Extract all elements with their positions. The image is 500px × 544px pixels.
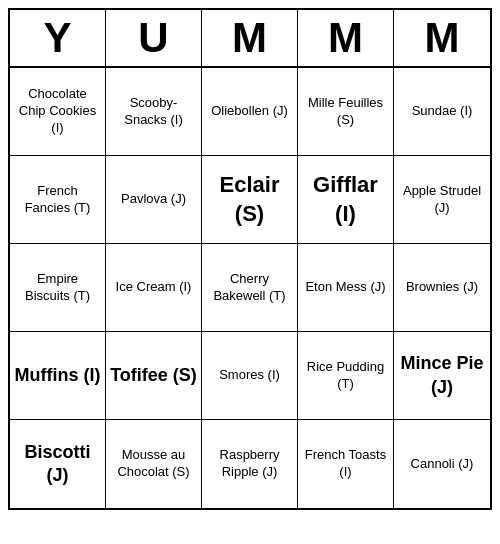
bingo-cell-4: Sundae (I) — [394, 68, 490, 156]
bingo-cell-12: Cherry Bakewell (T) — [202, 244, 298, 332]
header-cell-Y: Y — [10, 10, 106, 66]
bingo-cell-10: Empire Biscuits (T) — [10, 244, 106, 332]
bingo-cell-11: Ice Cream (I) — [106, 244, 202, 332]
header-cell-M: M — [298, 10, 394, 66]
bingo-cell-9: Apple Strudel (J) — [394, 156, 490, 244]
bingo-cell-13: Eton Mess (J) — [298, 244, 394, 332]
bingo-cell-8: Gifflar (I) — [298, 156, 394, 244]
bingo-cell-14: Brownies (J) — [394, 244, 490, 332]
bingo-cell-0: Chocolate Chip Cookies (I) — [10, 68, 106, 156]
bingo-cell-24: Cannoli (J) — [394, 420, 490, 508]
bingo-cell-23: French Toasts (I) — [298, 420, 394, 508]
header-cell-M: M — [394, 10, 490, 66]
bingo-cell-18: Rice Pudding (T) — [298, 332, 394, 420]
bingo-card: YUMMM Chocolate Chip Cookies (I)Scooby-S… — [8, 8, 492, 510]
bingo-cell-16: Tofifee (S) — [106, 332, 202, 420]
bingo-cell-5: French Fancies (T) — [10, 156, 106, 244]
bingo-cell-2: Oliebollen (J) — [202, 68, 298, 156]
bingo-cell-22: Raspberry Ripple (J) — [202, 420, 298, 508]
bingo-cell-1: Scooby-Snacks (I) — [106, 68, 202, 156]
bingo-cell-21: Mousse au Chocolat (S) — [106, 420, 202, 508]
header-row: YUMMM — [10, 10, 490, 68]
bingo-cell-3: Mille Feuilles (S) — [298, 68, 394, 156]
bingo-cell-15: Muffins (I) — [10, 332, 106, 420]
bingo-grid: Chocolate Chip Cookies (I)Scooby-Snacks … — [10, 68, 490, 508]
header-cell-M: M — [202, 10, 298, 66]
bingo-cell-6: Pavlova (J) — [106, 156, 202, 244]
bingo-cell-19: Mince Pie (J) — [394, 332, 490, 420]
header-cell-U: U — [106, 10, 202, 66]
bingo-cell-7: Eclair (S) — [202, 156, 298, 244]
bingo-cell-17: Smores (I) — [202, 332, 298, 420]
bingo-cell-20: Biscotti (J) — [10, 420, 106, 508]
